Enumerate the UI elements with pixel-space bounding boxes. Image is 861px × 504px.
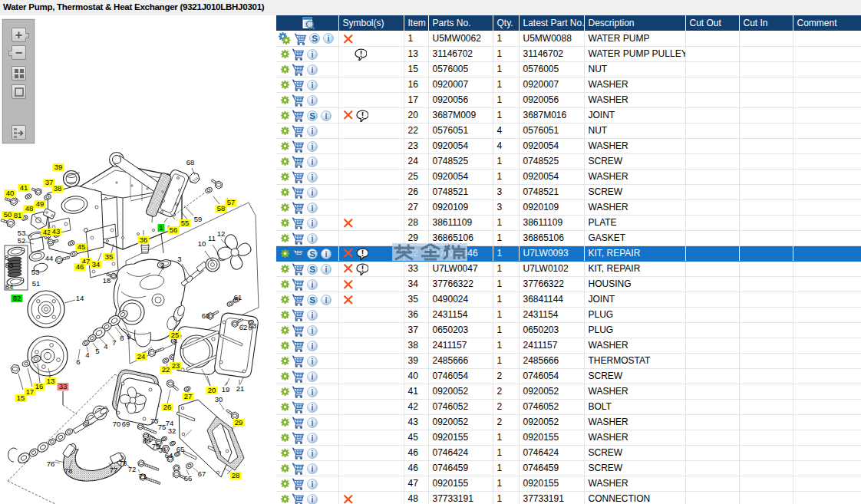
svg-text:10: 10 (198, 239, 206, 248)
svg-text:70: 70 (113, 420, 121, 428)
svg-text:24: 24 (137, 352, 146, 361)
svg-text:48: 48 (25, 204, 34, 212)
svg-text:1: 1 (159, 223, 163, 232)
svg-text:36: 36 (140, 236, 148, 244)
svg-text:64: 64 (165, 451, 173, 460)
svg-text:49: 49 (36, 199, 45, 208)
svg-text:67: 67 (198, 469, 206, 478)
svg-text:41: 41 (20, 183, 28, 192)
svg-text:33: 33 (59, 382, 68, 390)
svg-text:39: 39 (54, 163, 63, 171)
svg-text:3: 3 (177, 255, 181, 263)
svg-text:77: 77 (110, 466, 118, 474)
svg-text:26: 26 (163, 403, 172, 411)
svg-text:27: 27 (184, 392, 193, 400)
svg-text:76: 76 (47, 460, 55, 468)
svg-text:72: 72 (128, 465, 137, 473)
svg-text:53: 53 (31, 268, 40, 276)
svg-text:25: 25 (171, 331, 180, 339)
svg-text:30: 30 (215, 395, 223, 404)
svg-text:42: 42 (43, 228, 51, 236)
svg-text:7: 7 (112, 338, 116, 347)
svg-text:65: 65 (176, 445, 185, 453)
svg-text:16: 16 (35, 382, 44, 390)
svg-text:23: 23 (172, 361, 180, 370)
svg-text:84: 84 (5, 282, 14, 291)
svg-text:38: 38 (54, 184, 62, 193)
svg-text:82: 82 (13, 294, 21, 302)
svg-text:11: 11 (208, 234, 216, 242)
svg-text:46: 46 (76, 262, 84, 271)
svg-text:78: 78 (64, 466, 73, 475)
svg-text:15: 15 (17, 394, 25, 402)
svg-text:40: 40 (6, 189, 15, 197)
svg-text:73: 73 (150, 417, 159, 425)
svg-text:68: 68 (186, 158, 195, 166)
svg-text:44: 44 (45, 254, 54, 262)
svg-text:32: 32 (168, 427, 176, 435)
svg-text:8: 8 (120, 334, 124, 342)
svg-text:51: 51 (32, 279, 41, 288)
svg-text:43: 43 (52, 227, 61, 236)
svg-text:20: 20 (208, 386, 216, 394)
svg-text:69: 69 (122, 420, 130, 428)
svg-text:6: 6 (76, 357, 80, 366)
svg-text:62: 62 (239, 323, 248, 331)
svg-text:56: 56 (170, 226, 178, 234)
svg-text:45: 45 (78, 242, 86, 251)
svg-text:29: 29 (235, 418, 243, 427)
svg-text:21: 21 (236, 384, 245, 393)
svg-text:78: 78 (119, 459, 127, 467)
svg-text:18: 18 (103, 276, 111, 285)
svg-text:35: 35 (105, 252, 114, 261)
svg-text:80: 80 (143, 436, 151, 445)
svg-text:17: 17 (26, 387, 35, 396)
svg-text:71: 71 (139, 472, 147, 480)
svg-text:22: 22 (162, 365, 170, 374)
svg-text:5: 5 (95, 347, 99, 355)
svg-text:58: 58 (217, 204, 226, 212)
svg-text:81: 81 (14, 211, 22, 219)
svg-text:59: 59 (194, 215, 203, 223)
svg-text:66: 66 (184, 474, 193, 483)
svg-text:63: 63 (249, 321, 257, 330)
svg-text:61: 61 (234, 293, 242, 301)
svg-text:13: 13 (47, 377, 55, 385)
svg-text:19: 19 (222, 385, 230, 394)
svg-text:9: 9 (127, 332, 130, 341)
svg-text:83: 83 (5, 261, 14, 269)
svg-text:60: 60 (202, 311, 210, 320)
svg-text:52: 52 (18, 236, 26, 245)
svg-text:75: 75 (158, 423, 167, 431)
svg-text:34: 34 (92, 260, 101, 268)
svg-text:4: 4 (85, 351, 89, 359)
svg-text:12: 12 (217, 229, 226, 238)
svg-text:57: 57 (227, 198, 236, 206)
svg-text:4: 4 (104, 342, 107, 351)
svg-text:28: 28 (232, 471, 240, 479)
svg-text:14: 14 (76, 294, 84, 302)
svg-text:2: 2 (160, 261, 164, 269)
svg-text:55: 55 (181, 219, 190, 227)
svg-text:50: 50 (4, 210, 12, 219)
